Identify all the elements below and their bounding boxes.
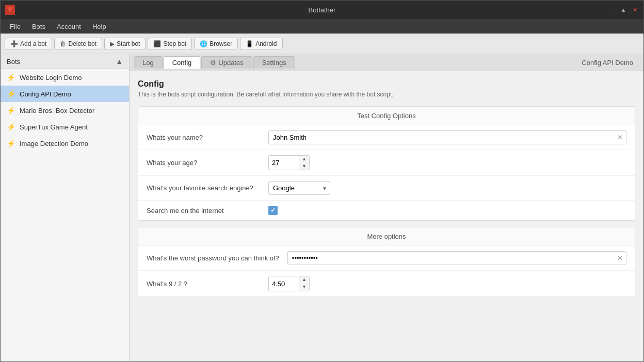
maximize-button[interactable]: ▲ bbox=[619, 5, 628, 14]
bot-icon-4: ⚡ bbox=[7, 123, 15, 131]
browser-button[interactable]: 🌐 Browser bbox=[194, 38, 238, 50]
tab-log[interactable]: Log bbox=[134, 56, 163, 69]
stop-icon: ⬛ bbox=[153, 40, 161, 47]
label-math: What's 9 / 2 ? bbox=[147, 280, 260, 288]
delete-bot-label: Delete bot bbox=[68, 40, 96, 47]
tabs-container: Log Config ⚙ Updates Settings bbox=[134, 54, 295, 71]
math-spinbox-buttons: ▲ ▼ bbox=[299, 276, 309, 290]
menu-bar: File Bots Account Help bbox=[1, 19, 643, 34]
name-input-wrapper: ✕ bbox=[268, 130, 626, 144]
age-spinbox-buttons: ▲ ▼ bbox=[299, 156, 309, 170]
sidebar-title: Bots bbox=[7, 58, 20, 65]
sidebar-item-label: SuperTux Game Agent bbox=[20, 123, 88, 131]
sidebar-item-label: Website Login Demo bbox=[20, 74, 82, 81]
stop-bot-button[interactable]: ⬛ Stop bot bbox=[148, 38, 192, 50]
config-row-password: What's the worst password you can think … bbox=[138, 246, 635, 271]
sidebar-item-label: Mario Bros. Box Detector bbox=[20, 107, 94, 114]
config-subtitle: This is the bots script configuration. B… bbox=[138, 91, 635, 98]
bot-icon-1: ⚡ bbox=[7, 73, 15, 81]
start-bot-button[interactable]: ▶ Start bot bbox=[104, 38, 146, 50]
right-panel: Log Config ⚙ Updates Settings bbox=[130, 54, 643, 361]
label-name: Whats your name? bbox=[147, 134, 260, 141]
panel-title: Config API Demo bbox=[582, 59, 639, 67]
window-controls: ─ ▲ ✕ bbox=[607, 5, 639, 14]
config-row-age: Whats your age? ▲ ▼ bbox=[138, 150, 635, 176]
config-row-search-internet: Search me on the internet bbox=[138, 201, 635, 220]
search-internet-checkbox[interactable] bbox=[268, 206, 278, 215]
minimize-button[interactable]: ─ bbox=[607, 5, 617, 14]
add-bot-label: Add a bot bbox=[20, 40, 46, 47]
password-clear-button[interactable]: ✕ bbox=[614, 252, 626, 264]
updates-icon: ⚙ bbox=[210, 59, 216, 67]
sidebar-item-label: Config API Demo bbox=[20, 90, 71, 98]
menu-account[interactable]: Account bbox=[52, 21, 86, 32]
label-search-engine: What's your favorite search engine? bbox=[147, 184, 260, 192]
start-bot-label: Start bot bbox=[117, 40, 140, 47]
config-section-more-options: More options What's the worst password y… bbox=[138, 227, 635, 297]
tab-updates[interactable]: ⚙ Updates bbox=[201, 56, 252, 69]
section-title-more-options: More options bbox=[138, 227, 635, 246]
sidebar-collapse-button[interactable]: ▲ bbox=[116, 57, 123, 65]
config-section-test-config: Test Config Options Whats your name? ✕ W… bbox=[138, 106, 635, 221]
menu-bots[interactable]: Bots bbox=[27, 21, 51, 32]
section-title-test-config: Test Config Options bbox=[138, 107, 635, 125]
age-spinbox-down[interactable]: ▼ bbox=[299, 163, 309, 170]
age-spinbox-input[interactable] bbox=[269, 157, 299, 169]
menu-file[interactable]: File bbox=[5, 21, 26, 32]
name-clear-button[interactable]: ✕ bbox=[614, 131, 626, 143]
app-icon bbox=[5, 5, 15, 15]
search-engine-select-wrapper: Google Bing DuckDuckGo Yahoo ▼ bbox=[268, 181, 330, 195]
title-bar: Botfather ─ ▲ ✕ bbox=[1, 1, 643, 19]
android-button[interactable]: 📱 Android bbox=[240, 38, 282, 50]
password-input-wrapper: ✕ bbox=[287, 251, 626, 265]
math-spinbox-input[interactable] bbox=[269, 278, 299, 290]
label-password: What's the worst password you can think … bbox=[147, 254, 279, 262]
sidebar-header: Bots ▲ bbox=[1, 54, 129, 69]
close-button[interactable]: ✕ bbox=[630, 5, 639, 14]
label-search-internet: Search me on the internet bbox=[147, 207, 260, 215]
stop-bot-label: Stop bot bbox=[163, 40, 186, 47]
config-row-name: Whats your name? ✕ bbox=[138, 125, 635, 150]
sidebar-item-website-login-demo[interactable]: ⚡ Website Login Demo bbox=[1, 69, 129, 86]
sidebar-item-label: Image Detection Demo bbox=[20, 140, 88, 147]
config-row-math: What's 9 / 2 ? ▲ ▼ bbox=[138, 271, 635, 296]
sidebar-item-supertux-game-agent[interactable]: ⚡ SuperTux Game Agent bbox=[1, 119, 129, 135]
sidebar-item-config-api-demo[interactable]: ⚡ Config API Demo bbox=[1, 86, 129, 102]
sidebar: Bots ▲ ⚡ Website Login Demo ⚡ Config API… bbox=[1, 54, 130, 361]
main-content: Bots ▲ ⚡ Website Login Demo ⚡ Config API… bbox=[1, 54, 643, 361]
math-spinbox-up[interactable]: ▲ bbox=[299, 276, 309, 284]
tab-config[interactable]: Config bbox=[164, 56, 201, 69]
android-icon: 📱 bbox=[246, 40, 253, 47]
add-icon: ➕ bbox=[10, 40, 18, 47]
sidebar-item-mario-bros-box-detector[interactable]: ⚡ Mario Bros. Box Detector bbox=[1, 102, 129, 119]
label-age: Whats your age? bbox=[147, 159, 260, 167]
window-title: Botfather bbox=[309, 6, 336, 14]
browser-icon: 🌐 bbox=[200, 40, 207, 47]
toolbar: ➕ Add a bot 🗑 Delete bot ▶ Start bot ⬛ S… bbox=[1, 34, 643, 54]
title-bar-left bbox=[5, 5, 15, 15]
delete-icon: 🗑 bbox=[60, 40, 66, 47]
bot-icon-3: ⚡ bbox=[7, 106, 15, 114]
play-icon: ▶ bbox=[110, 40, 115, 47]
app-logo-shape bbox=[7, 7, 13, 13]
android-label: Android bbox=[255, 40, 277, 47]
add-bot-button[interactable]: ➕ Add a bot bbox=[5, 38, 52, 50]
tab-settings[interactable]: Settings bbox=[253, 56, 295, 69]
password-input[interactable] bbox=[288, 252, 614, 265]
name-input[interactable] bbox=[269, 131, 614, 144]
bot-icon-5: ⚡ bbox=[7, 139, 15, 147]
math-spinbox-down[interactable]: ▼ bbox=[299, 284, 309, 291]
menu-help[interactable]: Help bbox=[87, 21, 111, 32]
config-content: Config This is the bots script configura… bbox=[130, 71, 643, 361]
sidebar-item-image-detection-demo[interactable]: ⚡ Image Detection Demo bbox=[1, 135, 129, 152]
math-spinbox-wrapper: ▲ ▼ bbox=[268, 276, 310, 291]
config-title: Config bbox=[138, 79, 635, 89]
tab-bar: Log Config ⚙ Updates Settings bbox=[130, 54, 643, 71]
config-row-search-engine: What's your favorite search engine? Goog… bbox=[138, 176, 635, 201]
bot-icon-2: ⚡ bbox=[7, 90, 15, 98]
delete-bot-button[interactable]: 🗑 Delete bot bbox=[54, 38, 102, 50]
app-window: Botfather ─ ▲ ✕ File Bots Account Help ➕… bbox=[0, 0, 644, 362]
browser-label: Browser bbox=[210, 40, 232, 47]
search-engine-select[interactable]: Google Bing DuckDuckGo Yahoo bbox=[268, 181, 330, 195]
age-spinbox-up[interactable]: ▲ bbox=[299, 156, 309, 163]
